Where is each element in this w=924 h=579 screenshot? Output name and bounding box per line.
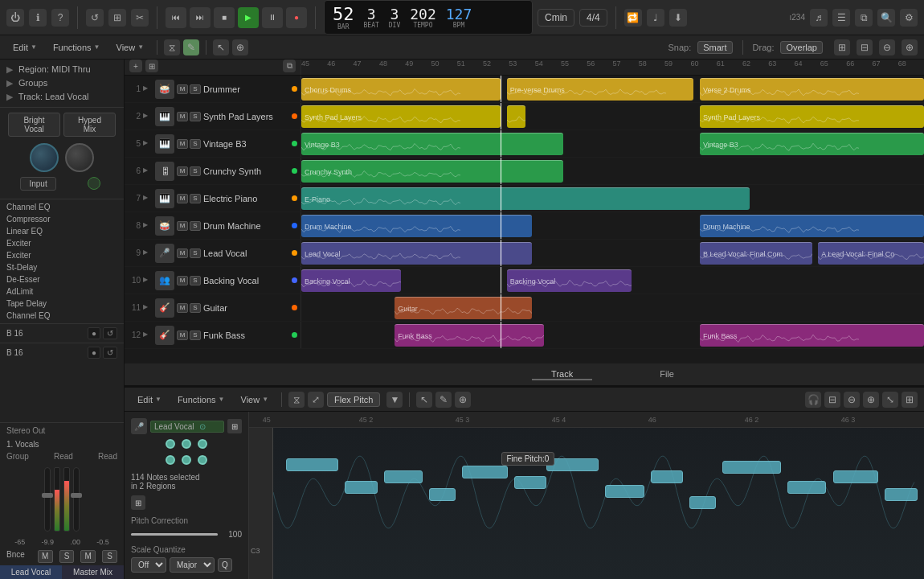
- track-s-btn[interactable]: S: [190, 84, 201, 94]
- pitch-slider[interactable]: [131, 533, 218, 536]
- track-region[interactable]: Funk Bass: [395, 324, 544, 347]
- fp-list-icon[interactable]: ⊞: [131, 495, 145, 510]
- fp-flex-icon[interactable]: ⤢: [308, 392, 324, 408]
- track-m-btn[interactable]: M: [177, 248, 188, 258]
- track-region[interactable]: Lead Vocal: [301, 242, 532, 265]
- fader-2[interactable]: [73, 467, 80, 532]
- fp-note-block[interactable]: [286, 458, 338, 471]
- track-m-btn[interactable]: M: [177, 194, 188, 203]
- track-m-btn[interactable]: M: [177, 221, 188, 231]
- chain-exciter[interactable]: Exciter: [0, 237, 124, 249]
- chain-exciter-2[interactable]: Exciter: [0, 249, 124, 261]
- track-play-btn[interactable]: ▶: [143, 166, 153, 176]
- knob-1[interactable]: [30, 143, 59, 172]
- fp-functions-button[interactable]: Functions ▼: [171, 393, 231, 406]
- track-content[interactable]: Funk BassFunk Bass: [301, 322, 924, 348]
- track-content[interactable]: Synth Pad LayersSynth Pad Layers: [301, 103, 924, 129]
- track-play-btn[interactable]: ▶: [143, 221, 153, 231]
- track-play-btn[interactable]: ▶: [143, 112, 153, 121]
- track-m-btn[interactable]: M: [177, 139, 188, 149]
- track-region[interactable]: Verse 2 Drums: [700, 78, 924, 101]
- fp-note-block[interactable]: [605, 485, 644, 498]
- fp-col-icon[interactable]: ⊞: [902, 392, 918, 408]
- fp-zoom-icon[interactable]: ⊕: [455, 392, 471, 408]
- edit-button[interactable]: Edit ▼: [6, 41, 43, 54]
- cycle-icon[interactable]: ↺: [86, 9, 104, 27]
- fp-edit-button[interactable]: Edit ▼: [131, 393, 168, 406]
- fp-note-block[interactable]: [345, 481, 378, 494]
- track-play-btn[interactable]: ▶: [143, 84, 153, 94]
- send-knob-2[interactable]: ↺: [103, 347, 117, 359]
- metronome-icon[interactable]: ♩: [647, 9, 664, 27]
- track-s-btn[interactable]: S: [190, 166, 201, 176]
- fp-midi-icon[interactable]: ⧖: [288, 392, 305, 408]
- midi-icon[interactable]: ⧖: [164, 39, 180, 55]
- chain-tape-delay[interactable]: Tape Delay: [0, 298, 124, 310]
- menu-icon[interactable]: ☰: [832, 9, 850, 27]
- track-m-btn[interactable]: M: [177, 276, 188, 285]
- pencil-mode-icon[interactable]: ✎: [183, 39, 199, 55]
- track-s-btn[interactable]: S: [190, 112, 201, 121]
- cpu-icon[interactable]: ♬: [810, 9, 828, 27]
- track-region[interactable]: Crunchy Synth: [301, 160, 563, 183]
- fp-view-button[interactable]: View ▼: [235, 393, 276, 406]
- track-region[interactable]: Synth Pad Layers: [700, 105, 924, 128]
- arrow-tool-icon[interactable]: ↖: [213, 39, 229, 55]
- track-m-btn[interactable]: M: [177, 331, 188, 340]
- fp-arrow-icon[interactable]: ↖: [416, 392, 432, 408]
- fp-note-block[interactable]: [787, 481, 827, 494]
- time-sig-display[interactable]: 4/4: [579, 9, 607, 27]
- zoom-in-icon[interactable]: ⊕: [902, 39, 918, 55]
- track-m-btn[interactable]: M: [177, 112, 188, 121]
- fp-align-icon[interactable]: ⊟: [824, 392, 840, 408]
- scissors-icon[interactable]: ✂: [131, 9, 149, 27]
- track-region[interactable]: Backing Vocal: [301, 269, 401, 292]
- track-tab[interactable]: Track: [532, 369, 592, 380]
- flex-pitch-title[interactable]: Flex Pitch: [327, 392, 380, 407]
- fp-zoomin-icon[interactable]: ⊕: [863, 392, 879, 408]
- track-play-btn[interactable]: ▶: [143, 248, 153, 258]
- fast-forward-button[interactable]: ⏭: [190, 7, 211, 28]
- track-region[interactable]: Chorus Drums: [301, 78, 501, 101]
- fp-note-block[interactable]: [651, 470, 684, 483]
- track-play-btn[interactable]: ▶: [143, 331, 153, 340]
- track-content[interactable]: Crunchy Synth: [301, 158, 924, 184]
- help-icon[interactable]: ?: [51, 9, 69, 27]
- track-content[interactable]: Lead VocalB Lead Vocal: Final ComA Lead …: [301, 240, 924, 266]
- track-region[interactable]: Synth Pad Layers: [301, 105, 501, 128]
- tools-icon[interactable]: ⊞: [834, 39, 850, 55]
- track-region[interactable]: Pre-verse Drums: [507, 78, 694, 101]
- fp-note-block[interactable]: [689, 496, 715, 509]
- chain-compressor[interactable]: Compressor: [0, 213, 124, 225]
- zoom-out-icon[interactable]: ⊖: [879, 39, 895, 55]
- fp-note-block[interactable]: [833, 470, 879, 483]
- settings-icon[interactable]: ⚙: [900, 9, 918, 27]
- lead-vocal-tab[interactable]: Lead Vocal: [0, 565, 62, 579]
- track-region[interactable]: Funk Bass: [700, 324, 924, 347]
- chain-de-esser[interactable]: De-Esser: [0, 273, 124, 285]
- input-button[interactable]: Input: [20, 177, 55, 191]
- m-button-2[interactable]: M: [80, 550, 96, 563]
- track-play-btn[interactable]: ▶: [143, 194, 153, 203]
- track-s-btn[interactable]: S: [190, 276, 201, 285]
- bright-vocal-btn[interactable]: Bright Vocal: [8, 113, 60, 137]
- fp-lock-icon[interactable]: ⊞: [227, 419, 242, 433]
- track-content[interactable]: E-Piano: [301, 185, 924, 211]
- track-item[interactable]: ▶ Track: Lead Vocal: [6, 90, 117, 104]
- snap-value[interactable]: Smart: [697, 41, 732, 54]
- track-s-btn[interactable]: S: [190, 139, 201, 149]
- track-play-btn[interactable]: ▶: [143, 276, 153, 285]
- play-button[interactable]: ▶: [238, 7, 259, 28]
- fader-handle-1[interactable]: [42, 493, 53, 498]
- tracks-scroll[interactable]: 1 ▶ 🥁 M S Drummer Chorus DrumsPre-verse …: [125, 76, 924, 363]
- grid-icon[interactable]: ⊞: [108, 9, 126, 27]
- fp-waveform-area[interactable]: Fine Pitch:0: [273, 428, 924, 579]
- track-region[interactable]: Vintage B3: [700, 133, 924, 155]
- chain-adlimit[interactable]: AdLimit: [0, 285, 124, 298]
- bounce-icon[interactable]: ⬇: [669, 9, 687, 27]
- ruler-grid-icon[interactable]: ⊞: [145, 60, 158, 72]
- fp-note-block[interactable]: [429, 488, 455, 501]
- track-play-btn[interactable]: ▶: [143, 303, 153, 313]
- fader-1[interactable]: [44, 467, 51, 532]
- track-content[interactable]: Guitar: [301, 294, 924, 321]
